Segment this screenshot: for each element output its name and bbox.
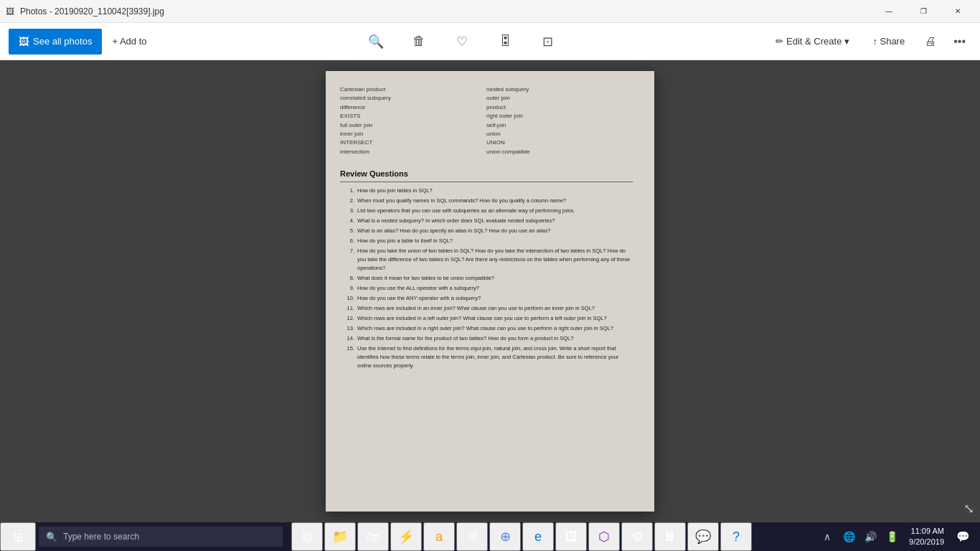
windows-icon: ⊞ [14,530,23,544]
taskbar-file-explorer[interactable]: 📁 [324,522,356,551]
photos-taskbar-icon: 🖼 [565,529,578,545]
share-label: ↑ Share [872,36,905,47]
question-4: 4. What is a nested subquery? In which o… [340,217,633,225]
maximize-button[interactable]: ❒ [907,0,940,23]
photos-icon: 🖼 [19,36,29,47]
taskbar-amazon[interactable]: a [423,522,455,551]
chevron-down-icon: ▾ [844,36,849,47]
app-toolbar: 🖼 See all photos + Add to 🔍 🗑 ♡ 🎛 ⊡ ✏ Ed… [0,23,980,60]
enhance-icon: 🎛 [499,34,512,49]
review-title: Review Questions [340,168,633,182]
whatsapp-icon: 💬 [695,529,711,545]
taskbar-apps: ⧉ 📁 🛍 ⚡ a ✉ ⊕ e 🖼 ⬡ ⚙ [291,522,752,551]
print-button[interactable]: 🖨 [919,29,942,54]
enhance-button[interactable]: 🎛 [491,27,519,56]
question-5: 5. What is an alias? How do you specify … [340,227,633,235]
question-8: 8. What does it mean for two tables to b… [340,274,633,283]
title-bar: 🖼 Photos - 20190920_110042[3939].jpg — ❒… [0,0,980,23]
zoom-button[interactable]: 🔍 [362,27,390,56]
store-icon: 🛍 [367,529,380,545]
question-11: 11. Which rows are included in an inner … [340,304,633,313]
review-questions: 1. How do you join tables in SQL? 2. Whe… [340,187,633,370]
question-14: 14. What is the formal name for the prod… [340,334,633,343]
network-icon[interactable]: 🌐 [839,522,859,551]
help-icon: ? [732,529,740,545]
question-12: 12. Which rows are included in a left ou… [340,314,633,323]
crop-icon: ⊡ [542,34,553,50]
toolbar-center: 🔍 🗑 ♡ 🎛 ⊡ [156,27,767,56]
see-all-photos-button[interactable]: 🖼 See all photos [9,29,102,55]
taskbar-clock[interactable]: 11:09 AM 9/20/2019 [903,526,950,548]
question-10: 10. How do you use the ANY operator with… [340,294,633,303]
date-display: 9/20/2019 [909,537,944,547]
taskbar-right: ∧ 🌐 🔊 🔋 11:09 AM 9/20/2019 💬 [817,522,980,551]
add-to-button[interactable]: + Add to [102,29,156,55]
review-section: Review Questions 1. How do you join tabl… [340,168,633,370]
question-13: 13. Which rows are included in a right o… [340,324,633,333]
notification-button[interactable]: 💬 [951,522,974,551]
chrome-icon: ⊕ [500,529,511,545]
expand-icon[interactable]: ⤡ [963,501,974,517]
more-icon: ••• [953,35,966,47]
start-button[interactable]: ⊞ [0,522,36,551]
title-bar-controls: — ❒ ✕ [872,0,974,23]
taskbar-chrome[interactable]: ⊕ [489,522,521,551]
share-button[interactable]: ↑ Share [864,30,913,52]
taskbar-calc[interactable]: 🖩 [654,522,686,551]
terms-section: Cartesian product correlated subquery di… [340,85,633,156]
question-9: 9. How do you use the ALL operator with … [340,284,633,293]
minimize-button[interactable]: — [872,0,905,23]
notification-icon: 💬 [956,530,970,543]
close-button[interactable]: ✕ [941,0,974,23]
taskbar: ⊞ 🔍 Type here to search ⧉ 📁 🛍 ⚡ a ✉ ⊕ e [0,522,980,551]
title-bar-left: 🖼 Photos - 20190920_110042[3939].jpg [6,6,164,17]
question-1: 1. How do you join tables in SQL? [340,187,633,195]
question-3: 3. List two operators that you can use w… [340,207,633,215]
question-7: 7. How do you take the union of two tabl… [340,247,633,273]
time-display: 11:09 AM [911,526,944,537]
document-content: Cartesian product correlated subquery di… [326,71,654,386]
amazon-icon: a [435,529,443,545]
taskbar-app1[interactable]: ⚡ [390,522,422,551]
terms-col-right: nested subquery outer join product right… [486,85,633,156]
email-icon: ✉ [467,529,478,545]
edit-create-button[interactable]: ✏ Edit & Create ▾ [767,30,858,52]
search-icon: 🔍 [46,532,57,542]
taskbar-store[interactable]: 🛍 [357,522,389,551]
more-button[interactable]: ••• [948,29,971,54]
question-15: 15. Use the Internet to find definitions… [340,344,633,370]
search-placeholder: Type here to search [63,532,139,542]
taskbar-settings[interactable]: ⚙ [621,522,653,551]
add-to-label: + Add to [112,36,146,47]
taskbar-edge[interactable]: e [522,522,554,551]
delete-button[interactable]: 🗑 [405,27,433,56]
volume-icon[interactable]: 🔊 [860,522,880,551]
battery-icon[interactable]: 🔋 [882,522,902,551]
question-6: 6. How do you join a table to itself in … [340,237,633,245]
zoom-icon: 🔍 [368,34,384,50]
taskbar-email[interactable]: ✉ [456,522,488,551]
taskbar-vs[interactable]: ⬡ [588,522,620,551]
crop-button[interactable]: ⊡ [534,27,562,56]
taskbar-whatsapp[interactable]: 💬 [687,522,719,551]
window-title: Photos - 20190920_110042[3939].jpg [20,6,164,17]
terms-col-left: Cartesian product correlated subquery di… [340,85,486,156]
task-view-icon: ⧉ [303,529,312,545]
see-all-photos-label: See all photos [33,36,92,47]
settings-icon: ⚙ [631,529,643,545]
calc-icon: 🖩 [664,529,677,545]
delete-icon: 🗑 [413,34,425,49]
taskbar-help[interactable]: ? [720,522,752,551]
taskbar-photos[interactable]: 🖼 [555,522,587,551]
edge-icon: e [534,529,542,545]
toolbar-right: ✏ Edit & Create ▾ ↑ Share 🖨 ••• [767,29,971,54]
heart-icon: ♡ [456,34,468,50]
search-bar[interactable]: 🔍 Type here to search [39,527,283,547]
photo-container: Cartesian product correlated subquery di… [326,71,654,512]
chevron-icon[interactable]: ∧ [817,522,837,551]
bolt-icon: ⚡ [398,529,414,545]
favorite-button[interactable]: ♡ [448,27,476,56]
print-icon: 🖨 [925,35,936,47]
taskbar-task-view[interactable]: ⧉ [291,522,323,551]
vs-icon: ⬡ [598,529,610,545]
